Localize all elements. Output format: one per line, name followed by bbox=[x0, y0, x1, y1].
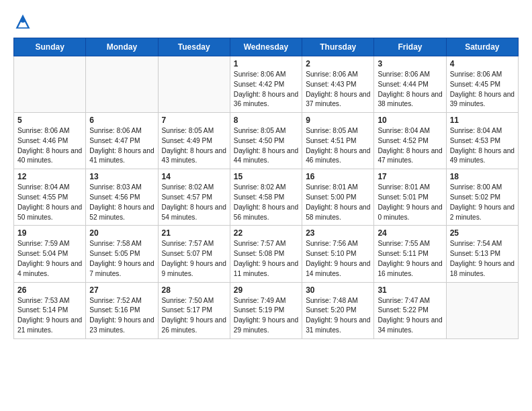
day-info: Sunrise: 7:49 AM Sunset: 5:19 PM Dayligh… bbox=[234, 296, 298, 336]
day-number: 19 bbox=[17, 228, 82, 238]
day-number: 10 bbox=[378, 116, 442, 125]
day-cell: 27Sunrise: 7:52 AM Sunset: 5:16 PM Dayli… bbox=[86, 282, 158, 338]
day-number: 31 bbox=[378, 285, 442, 295]
day-cell: 30Sunrise: 7:48 AM Sunset: 5:20 PM Dayli… bbox=[302, 282, 374, 338]
day-info: Sunrise: 7:59 AM Sunset: 5:04 PM Dayligh… bbox=[17, 239, 82, 279]
day-number: 9 bbox=[306, 116, 370, 125]
day-info: Sunrise: 7:52 AM Sunset: 5:16 PM Dayligh… bbox=[89, 296, 154, 336]
day-info: Sunrise: 7:47 AM Sunset: 5:22 PM Dayligh… bbox=[378, 296, 442, 336]
day-cell: 10Sunrise: 8:04 AM Sunset: 4:52 PM Dayli… bbox=[374, 113, 446, 169]
weekday-sunday: Sunday bbox=[14, 38, 86, 56]
day-cell: 28Sunrise: 7:50 AM Sunset: 5:17 PM Dayli… bbox=[158, 282, 230, 338]
weekday-tuesday: Tuesday bbox=[158, 38, 230, 56]
day-cell: 26Sunrise: 7:53 AM Sunset: 5:14 PM Dayli… bbox=[14, 282, 86, 338]
day-cell: 11Sunrise: 8:04 AM Sunset: 4:53 PM Dayli… bbox=[446, 113, 518, 169]
day-cell: 22Sunrise: 7:57 AM Sunset: 5:08 PM Dayli… bbox=[230, 226, 302, 282]
day-cell bbox=[158, 56, 230, 113]
day-info: Sunrise: 7:57 AM Sunset: 5:07 PM Dayligh… bbox=[162, 239, 226, 279]
day-number: 24 bbox=[378, 228, 442, 238]
day-number: 15 bbox=[234, 172, 298, 181]
day-number: 14 bbox=[162, 172, 226, 181]
day-number: 28 bbox=[162, 285, 226, 295]
day-cell: 1Sunrise: 8:06 AM Sunset: 4:42 PM Daylig… bbox=[230, 56, 302, 113]
logo bbox=[13, 12, 35, 31]
day-info: Sunrise: 7:58 AM Sunset: 5:05 PM Dayligh… bbox=[89, 239, 154, 279]
day-cell: 2Sunrise: 8:06 AM Sunset: 4:43 PM Daylig… bbox=[302, 56, 374, 113]
day-cell: 17Sunrise: 8:01 AM Sunset: 5:01 PM Dayli… bbox=[374, 169, 446, 226]
day-cell: 25Sunrise: 7:54 AM Sunset: 5:13 PM Dayli… bbox=[446, 226, 518, 282]
page: SundayMondayTuesdayWednesdayThursdayFrid… bbox=[0, 0, 532, 351]
header bbox=[13, 12, 519, 31]
day-info: Sunrise: 8:05 AM Sunset: 4:50 PM Dayligh… bbox=[234, 126, 298, 166]
day-info: Sunrise: 8:04 AM Sunset: 4:55 PM Dayligh… bbox=[17, 183, 82, 222]
day-cell: 13Sunrise: 8:03 AM Sunset: 4:56 PM Dayli… bbox=[86, 169, 158, 226]
day-number: 20 bbox=[89, 228, 154, 238]
day-cell: 19Sunrise: 7:59 AM Sunset: 5:04 PM Dayli… bbox=[14, 226, 86, 282]
day-cell: 5Sunrise: 8:06 AM Sunset: 4:46 PM Daylig… bbox=[14, 113, 86, 169]
day-cell: 21Sunrise: 7:57 AM Sunset: 5:07 PM Dayli… bbox=[158, 226, 230, 282]
week-row-0: 1Sunrise: 8:06 AM Sunset: 4:42 PM Daylig… bbox=[14, 56, 519, 113]
day-cell: 24Sunrise: 7:55 AM Sunset: 5:11 PM Dayli… bbox=[374, 226, 446, 282]
day-number: 22 bbox=[234, 228, 298, 238]
day-cell bbox=[14, 56, 86, 113]
day-info: Sunrise: 8:06 AM Sunset: 4:42 PM Dayligh… bbox=[234, 70, 298, 109]
day-cell: 15Sunrise: 8:02 AM Sunset: 4:58 PM Dayli… bbox=[230, 169, 302, 226]
day-info: Sunrise: 7:56 AM Sunset: 5:10 PM Dayligh… bbox=[306, 239, 370, 279]
weekday-friday: Friday bbox=[374, 38, 446, 56]
day-info: Sunrise: 8:06 AM Sunset: 4:44 PM Dayligh… bbox=[378, 70, 442, 109]
calendar-table: SundayMondayTuesdayWednesdayThursdayFrid… bbox=[13, 38, 519, 339]
day-number: 30 bbox=[306, 285, 370, 295]
day-info: Sunrise: 8:03 AM Sunset: 4:56 PM Dayligh… bbox=[89, 183, 154, 222]
day-info: Sunrise: 8:02 AM Sunset: 4:57 PM Dayligh… bbox=[162, 183, 226, 222]
day-number: 16 bbox=[306, 172, 370, 181]
day-cell: 16Sunrise: 8:01 AM Sunset: 5:00 PM Dayli… bbox=[302, 169, 374, 226]
day-number: 12 bbox=[17, 172, 82, 181]
day-number: 6 bbox=[89, 116, 154, 125]
weekday-thursday: Thursday bbox=[302, 38, 374, 56]
day-number: 18 bbox=[450, 172, 515, 181]
day-cell bbox=[86, 56, 158, 113]
day-number: 23 bbox=[306, 228, 370, 238]
day-number: 7 bbox=[162, 116, 226, 125]
day-cell: 29Sunrise: 7:49 AM Sunset: 5:19 PM Dayli… bbox=[230, 282, 302, 338]
day-cell: 6Sunrise: 8:06 AM Sunset: 4:47 PM Daylig… bbox=[86, 113, 158, 169]
day-number: 2 bbox=[306, 59, 370, 68]
day-info: Sunrise: 7:57 AM Sunset: 5:08 PM Dayligh… bbox=[234, 239, 298, 279]
day-info: Sunrise: 7:53 AM Sunset: 5:14 PM Dayligh… bbox=[17, 296, 82, 336]
day-info: Sunrise: 8:01 AM Sunset: 5:01 PM Dayligh… bbox=[378, 183, 442, 222]
logo-icon bbox=[13, 12, 32, 31]
day-info: Sunrise: 8:05 AM Sunset: 4:51 PM Dayligh… bbox=[306, 126, 370, 166]
day-number: 26 bbox=[17, 285, 82, 295]
week-row-4: 26Sunrise: 7:53 AM Sunset: 5:14 PM Dayli… bbox=[14, 282, 519, 338]
day-cell: 31Sunrise: 7:47 AM Sunset: 5:22 PM Dayli… bbox=[374, 282, 446, 338]
day-cell bbox=[446, 282, 518, 338]
weekday-header-row: SundayMondayTuesdayWednesdayThursdayFrid… bbox=[14, 38, 519, 56]
day-info: Sunrise: 7:55 AM Sunset: 5:11 PM Dayligh… bbox=[378, 239, 442, 279]
week-row-3: 19Sunrise: 7:59 AM Sunset: 5:04 PM Dayli… bbox=[14, 226, 519, 282]
day-number: 29 bbox=[234, 285, 298, 295]
weekday-wednesday: Wednesday bbox=[230, 38, 302, 56]
day-number: 13 bbox=[89, 172, 154, 181]
day-info: Sunrise: 7:48 AM Sunset: 5:20 PM Dayligh… bbox=[306, 296, 370, 336]
day-info: Sunrise: 7:54 AM Sunset: 5:13 PM Dayligh… bbox=[450, 239, 515, 279]
day-number: 17 bbox=[378, 172, 442, 181]
day-cell: 8Sunrise: 8:05 AM Sunset: 4:50 PM Daylig… bbox=[230, 113, 302, 169]
day-cell: 3Sunrise: 8:06 AM Sunset: 4:44 PM Daylig… bbox=[374, 56, 446, 113]
day-info: Sunrise: 7:50 AM Sunset: 5:17 PM Dayligh… bbox=[162, 296, 226, 336]
day-cell: 23Sunrise: 7:56 AM Sunset: 5:10 PM Dayli… bbox=[302, 226, 374, 282]
day-info: Sunrise: 8:04 AM Sunset: 4:53 PM Dayligh… bbox=[450, 126, 515, 166]
day-cell: 4Sunrise: 8:06 AM Sunset: 4:45 PM Daylig… bbox=[446, 56, 518, 113]
day-cell: 12Sunrise: 8:04 AM Sunset: 4:55 PM Dayli… bbox=[14, 169, 86, 226]
day-number: 4 bbox=[450, 59, 515, 68]
day-cell: 14Sunrise: 8:02 AM Sunset: 4:57 PM Dayli… bbox=[158, 169, 230, 226]
day-number: 5 bbox=[17, 116, 82, 125]
weekday-saturday: Saturday bbox=[446, 38, 518, 56]
day-number: 8 bbox=[234, 116, 298, 125]
day-info: Sunrise: 8:00 AM Sunset: 5:02 PM Dayligh… bbox=[450, 183, 515, 222]
day-info: Sunrise: 8:02 AM Sunset: 4:58 PM Dayligh… bbox=[234, 183, 298, 222]
day-cell: 20Sunrise: 7:58 AM Sunset: 5:05 PM Dayli… bbox=[86, 226, 158, 282]
svg-point-2 bbox=[21, 18, 26, 23]
week-row-1: 5Sunrise: 8:06 AM Sunset: 4:46 PM Daylig… bbox=[14, 113, 519, 169]
day-number: 25 bbox=[450, 228, 515, 238]
day-info: Sunrise: 8:04 AM Sunset: 4:52 PM Dayligh… bbox=[378, 126, 442, 166]
